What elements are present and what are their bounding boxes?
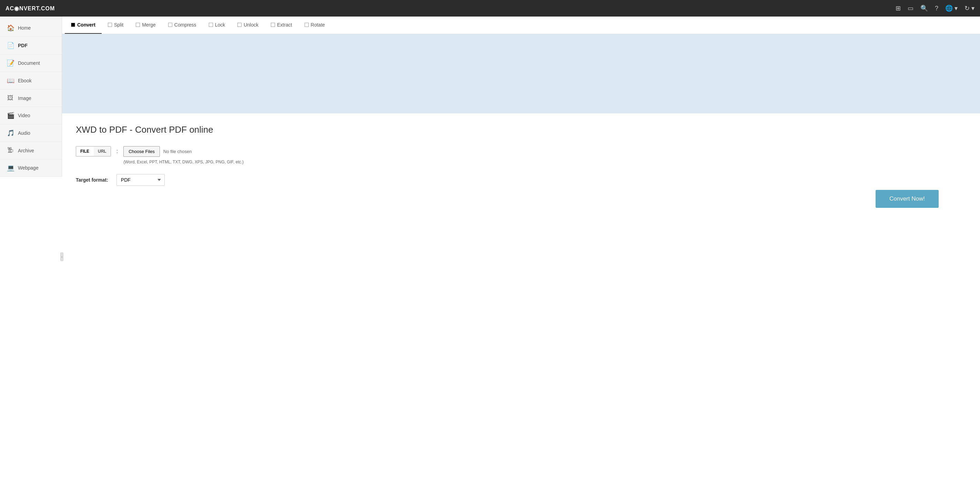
document-icon: 📝 bbox=[7, 59, 14, 67]
sidebar-item-image[interactable]: 🖼 Image bbox=[0, 89, 62, 107]
file-url-toggle: FILE URL bbox=[76, 146, 111, 156]
sidebar-label-archive: Archive bbox=[18, 148, 34, 153]
tab-rotate[interactable]: Rotate bbox=[298, 16, 331, 34]
help-icon[interactable]: ? bbox=[935, 5, 938, 12]
tab-merge-label: Merge bbox=[142, 22, 156, 27]
sidebar-item-archive[interactable]: 🗜 Archive bbox=[0, 142, 62, 159]
target-format-row: Target format: PDF bbox=[76, 174, 966, 186]
sidebar-item-home[interactable]: 🏠 Home bbox=[0, 19, 62, 37]
sidebar-label-ebook: Ebook bbox=[18, 78, 32, 83]
tab-split-label: Split bbox=[114, 22, 123, 27]
convert-btn-row: Convert Now! bbox=[76, 190, 966, 208]
tab-lock[interactable]: Lock bbox=[203, 16, 232, 34]
sidebar-label-image: Image bbox=[18, 96, 31, 101]
tab-unlock-label: Unlock bbox=[243, 22, 258, 27]
file-toggle-button[interactable]: FILE bbox=[76, 147, 93, 156]
tab-lock-label: Lock bbox=[215, 22, 225, 27]
target-format-label: Target format: bbox=[76, 177, 108, 183]
refresh-icon[interactable]: ↻ ▾ bbox=[964, 5, 975, 12]
tab-merge-checkbox bbox=[136, 23, 140, 27]
file-input-area: Choose Files No file chosen (Word, Excel… bbox=[123, 146, 243, 164]
video-icon: 🎬 bbox=[7, 112, 14, 119]
tablet-icon[interactable]: ▭ bbox=[908, 5, 913, 12]
image-icon: 🖼 bbox=[7, 94, 14, 102]
sidebar-label-home: Home bbox=[18, 25, 31, 31]
file-url-row: FILE URL : Choose Files No file chosen (… bbox=[76, 146, 966, 164]
banner bbox=[62, 34, 980, 113]
sidebar-item-ebook[interactable]: 📖 Ebook bbox=[0, 72, 62, 89]
sidebar-label-document: Document bbox=[18, 60, 40, 66]
tab-rotate-checkbox bbox=[305, 23, 309, 27]
tab-convert-label: Convert bbox=[77, 22, 95, 27]
tab-split-checkbox bbox=[108, 23, 112, 27]
page-title: XWD to PDF - Convert PDF online bbox=[76, 124, 966, 135]
no-file-label: No file chosen bbox=[163, 149, 192, 154]
url-toggle-button[interactable]: URL bbox=[94, 147, 111, 156]
tab-unlock-checkbox bbox=[237, 23, 242, 27]
tabs-bar: Convert Split Merge Compress Lock Unlock bbox=[62, 16, 980, 34]
tab-convert[interactable]: Convert bbox=[65, 16, 102, 34]
tab-rotate-label: Rotate bbox=[311, 22, 325, 27]
tab-lock-checkbox bbox=[209, 23, 213, 27]
sidebar: 🏠 Home 📄 PDF 📝 Document 📖 Ebook 🖼 Image … bbox=[0, 16, 62, 177]
file-input-row: Choose Files No file chosen bbox=[123, 146, 243, 157]
tab-merge[interactable]: Merge bbox=[130, 16, 162, 34]
grid-icon[interactable]: ⊞ bbox=[896, 5, 901, 12]
sidebar-label-pdf: PDF bbox=[18, 43, 27, 48]
sidebar-label-audio: Audio bbox=[18, 130, 30, 136]
sidebar-item-audio[interactable]: 🎵 Audio bbox=[0, 124, 62, 142]
tab-extract-checkbox bbox=[271, 23, 275, 27]
home-icon: 🏠 bbox=[7, 24, 14, 32]
form-section: FILE URL : Choose Files No file chosen (… bbox=[76, 146, 966, 186]
target-format-select[interactable]: PDF bbox=[116, 174, 165, 186]
audio-icon: 🎵 bbox=[7, 129, 14, 137]
colon-separator: : bbox=[116, 146, 118, 155]
sidebar-label-video: Video bbox=[18, 113, 30, 118]
pdf-icon: 📄 bbox=[7, 42, 14, 49]
content-area: Convert Split Merge Compress Lock Unlock bbox=[62, 16, 980, 497]
ebook-icon: 📖 bbox=[7, 77, 14, 84]
convert-now-button[interactable]: Convert Now! bbox=[876, 190, 939, 208]
tab-convert-checkbox bbox=[71, 23, 75, 27]
tab-unlock[interactable]: Unlock bbox=[231, 16, 265, 34]
search-icon[interactable]: 🔍 bbox=[920, 5, 928, 12]
archive-icon: 🗜 bbox=[7, 147, 14, 154]
choose-files-button[interactable]: Choose Files bbox=[123, 146, 160, 157]
sidebar-item-webpage[interactable]: 💻 Webpage bbox=[0, 159, 62, 177]
sidebar-item-video[interactable]: 🎬 Video bbox=[0, 107, 62, 124]
file-formats-hint: (Word, Excel, PPT, HTML, TXT, DWG, XPS, … bbox=[123, 159, 243, 164]
sidebar-wrapper: 🏠 Home 📄 PDF 📝 Document 📖 Ebook 🖼 Image … bbox=[0, 16, 62, 497]
sidebar-label-webpage: Webpage bbox=[18, 165, 38, 170]
main-layout: 🏠 Home 📄 PDF 📝 Document 📖 Ebook 🖼 Image … bbox=[0, 16, 980, 497]
tab-split[interactable]: Split bbox=[102, 16, 130, 34]
tab-compress-label: Compress bbox=[174, 22, 196, 27]
topnav-icons: ⊞ ▭ 🔍 ? 🌐 ▾ ↻ ▾ bbox=[896, 5, 975, 12]
tab-extract-label: Extract bbox=[277, 22, 292, 27]
sidebar-item-document[interactable]: 📝 Document bbox=[0, 54, 62, 72]
logo-text: AC◉NVERT.COM bbox=[5, 5, 55, 12]
tab-extract[interactable]: Extract bbox=[265, 16, 298, 34]
topnav: AC◉NVERT.COM ⊞ ▭ 🔍 ? 🌐 ▾ ↻ ▾ bbox=[0, 0, 980, 16]
logo: AC◉NVERT.COM bbox=[5, 5, 55, 12]
page-content: XWD to PDF - Convert PDF online FILE URL… bbox=[62, 113, 980, 497]
tab-compress-checkbox bbox=[168, 23, 172, 27]
webpage-icon: 💻 bbox=[7, 164, 14, 172]
sidebar-collapse-button[interactable]: ‹ bbox=[60, 253, 64, 261]
sidebar-item-pdf[interactable]: 📄 PDF bbox=[0, 37, 62, 54]
language-icon[interactable]: 🌐 ▾ bbox=[945, 5, 958, 12]
tab-compress[interactable]: Compress bbox=[162, 16, 203, 34]
